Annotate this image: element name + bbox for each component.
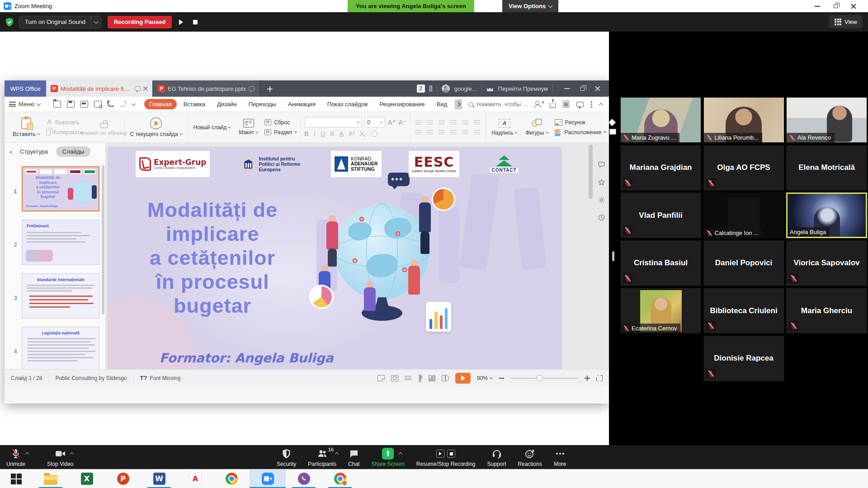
- normal-view-icon[interactable]: [420, 375, 420, 382]
- zoom-level[interactable]: 90%: [477, 375, 488, 381]
- format-eraser-icon[interactable]: [370, 130, 378, 138]
- account-avatar[interactable]: [442, 84, 450, 93]
- slide-thumbnail-3[interactable]: Standarde internaționale: [22, 273, 99, 319]
- recording-controls[interactable]: Resume/Stop Recording: [416, 448, 476, 472]
- share-options-chevron[interactable]: [399, 450, 402, 457]
- more-tabs-button[interactable]: [455, 99, 462, 109]
- view-layout-button[interactable]: View: [829, 15, 863, 28]
- search-input[interactable]: [476, 100, 529, 108]
- subscript-button[interactable]: X₂: [360, 130, 367, 137]
- columns-icon[interactable]: [473, 119, 482, 126]
- chat-button[interactable]: Chat: [348, 448, 359, 472]
- slideshow-play-button[interactable]: [455, 373, 471, 384]
- participant-tile[interactable]: Maria Gherciu: [786, 288, 867, 333]
- text-direction-icon[interactable]: [461, 119, 470, 126]
- new-slide-button[interactable]: Новый слайд: [192, 123, 233, 131]
- ribbon-tab-home[interactable]: Главная: [144, 99, 176, 109]
- font-size-combo[interactable]: 0: [364, 117, 385, 127]
- participant-tile[interactable]: Daniel Popovici: [703, 240, 784, 286]
- wps-minimize-button[interactable]: [560, 82, 574, 95]
- participant-tile[interactable]: Calcatinge Ion ...: [703, 192, 784, 238]
- cut-button[interactable]: Вырезать: [46, 119, 83, 126]
- outline-tab[interactable]: Структура: [20, 148, 48, 155]
- meeting-security-shield-icon[interactable]: [5, 17, 14, 27]
- slide-size-icon[interactable]: [609, 129, 616, 135]
- close-button[interactable]: [844, 0, 863, 12]
- more-options-icon[interactable]: [591, 101, 592, 108]
- audio-options-chevron[interactable]: [26, 450, 28, 457]
- print-preview-icon[interactable]: [94, 101, 102, 108]
- numbered-list-icon[interactable]: [426, 119, 435, 126]
- reading-view-icon[interactable]: [442, 375, 449, 381]
- ribbon-tab-transitions[interactable]: Переходы: [244, 99, 281, 109]
- decrease-indent-icon[interactable]: [438, 119, 447, 126]
- align-center-icon[interactable]: [426, 129, 435, 136]
- print-icon[interactable]: [80, 101, 88, 108]
- resume-recording-icon[interactable]: [436, 450, 444, 458]
- participant-tile[interactable]: Cristina Basiul: [620, 240, 701, 286]
- underline-button[interactable]: U: [321, 130, 325, 137]
- stop-video-button[interactable]: Stop Video: [47, 448, 74, 467]
- line-spacing-icon[interactable]: [461, 129, 470, 136]
- wps-home-button[interactable]: WPS Office: [5, 80, 46, 97]
- taskbar-word[interactable]: W: [141, 469, 177, 488]
- superscript-button[interactable]: X²: [349, 130, 355, 137]
- align-right-icon[interactable]: [438, 129, 447, 136]
- reactions-button[interactable]: Reactions: [518, 448, 542, 472]
- font-name-combo[interactable]: [304, 117, 362, 127]
- grow-font-icon[interactable]: A⁺: [387, 118, 396, 127]
- original-sound-button[interactable]: Turn on Original Sound: [19, 16, 91, 28]
- share-export-icon[interactable]: [550, 103, 556, 108]
- zoom-in-icon[interactable]: [585, 375, 590, 381]
- participant-tile[interactable]: Ala Revenco: [786, 97, 867, 143]
- share-user-icon[interactable]: +: [535, 101, 542, 108]
- taskbar-acrobat[interactable]: A: [177, 469, 213, 488]
- bullet-list-icon[interactable]: [414, 119, 423, 126]
- ribbon-tab-insert[interactable]: Вставка: [179, 99, 210, 109]
- participant-tile[interactable]: Elena Motricală: [786, 145, 867, 191]
- slide-subtitle[interactable]: Formator: Angela Buliga: [151, 351, 341, 366]
- italic-button[interactable]: I: [314, 130, 316, 137]
- font-missing-label[interactable]: Font Missing: [150, 375, 180, 381]
- fill-tool-icon[interactable]: [609, 119, 616, 127]
- taskbar-viber[interactable]: [286, 469, 322, 488]
- arrange-button[interactable]: Расположение: [555, 129, 606, 136]
- slides-tab[interactable]: Слайды: [56, 146, 90, 157]
- bold-button[interactable]: B: [304, 130, 309, 137]
- font-color-button[interactable]: A: [339, 130, 343, 137]
- support-button[interactable]: Support: [487, 448, 506, 472]
- document-tab[interactable]: P EG Tehnici de participare.pptx: [153, 80, 259, 97]
- start-button[interactable]: [0, 469, 33, 488]
- participant-tile[interactable]: Vlad Panfilii: [620, 192, 701, 238]
- open-documents-badge[interactable]: 2: [417, 84, 425, 93]
- slide-thumbnail-4[interactable]: Legislația națională: [22, 327, 99, 372]
- resume-recording-icon[interactable]: [179, 19, 183, 25]
- zoom-slider[interactable]: [510, 378, 578, 379]
- ribbon-tab-view[interactable]: Вид: [432, 99, 453, 109]
- paste-button[interactable]: Вставить: [11, 117, 42, 138]
- taskbar-chrome-profile[interactable]: [322, 469, 358, 488]
- participant-tile[interactable]: Dionisie Rapcea: [703, 336, 784, 381]
- layout-button[interactable]: Макет: [237, 118, 260, 136]
- unmute-button[interactable]: Unmute: [6, 448, 25, 467]
- ribbon-tab-slideshow[interactable]: Показ слайдов: [322, 99, 373, 109]
- slide-thumbnail-1[interactable]: Modalități deimplicare a cetățenilorîn p…: [22, 166, 99, 211]
- ribbon-search[interactable]: [468, 100, 529, 108]
- participant-tile[interactable]: Biblioteca Criuleni: [703, 288, 784, 333]
- taskbar-chrome[interactable]: [213, 469, 250, 488]
- theme-name[interactable]: Public Consulting by Slidesgo: [55, 375, 127, 381]
- slide-thumbnail-2[interactable]: Preliminarii: [22, 220, 99, 265]
- fit-screen-icon[interactable]: [596, 375, 603, 381]
- undo-icon[interactable]: [108, 102, 114, 107]
- participants-chevron[interactable]: [335, 450, 338, 457]
- taskbar-excel[interactable]: X: [69, 469, 105, 488]
- save-icon[interactable]: [67, 101, 75, 108]
- share-screen-button[interactable]: Share Screen: [371, 448, 404, 472]
- picture-button[interactable]: Рисунок: [555, 119, 606, 126]
- panel-scrollbar[interactable]: [102, 165, 104, 314]
- wps-close-button[interactable]: [591, 82, 604, 95]
- shapes-button[interactable]: Фигуры: [524, 118, 550, 137]
- close-tab-icon[interactable]: [143, 86, 148, 91]
- participant-tile-active-speaker[interactable]: Angela Buliga: [786, 192, 867, 238]
- zoom-out-icon[interactable]: [499, 378, 504, 379]
